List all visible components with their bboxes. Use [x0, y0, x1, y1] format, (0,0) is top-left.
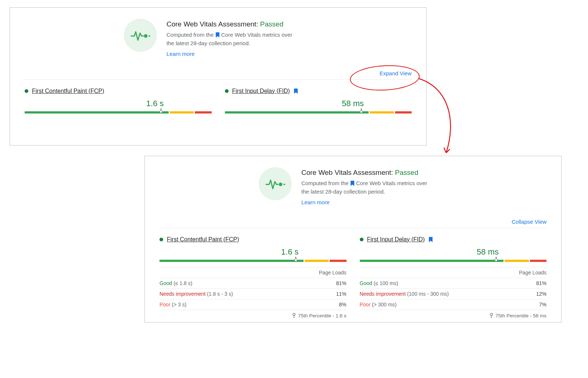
percentile-fcp: 75th Percentile - 1.6 s [159, 313, 347, 318]
metric-value-fcp: 1.6 s [159, 247, 347, 257]
bookmark-icon [350, 181, 355, 186]
percentile-fid: 75th Percentile - 58 ms [360, 313, 547, 318]
status-dot-good [25, 89, 28, 93]
assessment-header: Core Web Vitals Assessment: Passed Compu… [259, 167, 546, 205]
table-row: Needs improvement (100 ms - 300 ms) 12% [360, 289, 547, 299]
metric-fid: First Input Delay (FID) 58 ms [225, 88, 412, 115]
assessment-title: Core Web Vitals Assessment: Passed [301, 169, 434, 177]
metric-name-fid[interactable]: First Input Delay (FID) [232, 88, 290, 94]
divider [159, 228, 546, 228]
metric-pointer-fcp [159, 108, 162, 113]
metric-fcp: First Contentful Paint (FCP) 1.6 s [25, 88, 212, 115]
svg-point-2 [279, 183, 283, 186]
status-dot-good [225, 89, 229, 93]
table-row: Poor (> 3 s) 8% [159, 299, 347, 310]
assessment-title: Core Web Vitals Assessment: Passed [166, 20, 299, 28]
bookmark-icon [294, 89, 298, 94]
svg-rect-1 [148, 35, 150, 36]
breakdown-table-fid: Page Loads Good (≤ 100 ms) 81% Needs imp… [360, 267, 547, 310]
learn-more-link[interactable]: Learn more [166, 51, 195, 57]
metrics-row: First Contentful Paint (FCP) 1.6 s First… [25, 88, 412, 115]
bookmark-icon [215, 32, 220, 37]
assessment-text-block: Core Web Vitals Assessment: Passed Compu… [166, 19, 299, 57]
status-dot-good [159, 238, 163, 241]
metric-value-fcp: 1.6 s [25, 99, 212, 108]
metric-name-fid[interactable]: First Input Delay (FID) [367, 236, 425, 243]
assessment-text-block: Core Web Vitals Assessment: Passed Compu… [301, 167, 434, 205]
vitals-icon [259, 167, 292, 200]
table-header: Page Loads [360, 267, 547, 278]
assessment-header: Core Web Vitals Assessment: Passed Compu… [124, 19, 412, 57]
metric-name-fcp[interactable]: First Contentful Paint (FCP) [167, 236, 239, 243]
learn-more-link[interactable]: Learn more [301, 199, 330, 205]
metric-bar-fid [225, 109, 412, 115]
bookmark-icon [429, 237, 433, 242]
view-toggle-row: Collapse View [159, 219, 546, 225]
assessment-status: Passed [395, 169, 418, 176]
assessment-status: Passed [260, 20, 283, 28]
svg-point-0 [144, 34, 148, 38]
pin-icon [490, 313, 493, 318]
svg-point-4 [293, 313, 295, 316]
pin-icon [292, 313, 296, 318]
metric-bar-fcp [159, 258, 347, 263]
table-row: Good (≤ 100 ms) 81% [360, 278, 547, 289]
metric-fid-expanded: First Input Delay (FID) 58 ms Page Loads… [360, 236, 547, 318]
metrics-row: First Contentful Paint (FCP) 1.6 s Page … [159, 236, 546, 318]
table-row: Poor (> 300 ms) 7% [360, 299, 547, 310]
metric-pointer-fid [495, 257, 498, 262]
svg-rect-3 [283, 184, 285, 185]
svg-point-6 [490, 313, 492, 316]
vitals-icon [124, 19, 157, 52]
metric-bar-fcp [25, 109, 212, 115]
metric-value-fid: 58 ms [360, 247, 547, 257]
breakdown-table-fcp: Page Loads Good (≤ 1.8 s) 81% Needs impr… [159, 267, 347, 310]
web-vitals-panel-expanded: Core Web Vitals Assessment: Passed Compu… [144, 156, 562, 323]
metric-bar-fid [360, 258, 547, 263]
status-dot-good [360, 238, 363, 241]
table-header: Page Loads [159, 267, 347, 278]
assessment-description: Computed from the Core Web Vitals metric… [301, 179, 434, 196]
collapse-view-button[interactable]: Collapse View [512, 219, 546, 225]
metric-pointer-fid [360, 108, 363, 113]
metric-fcp-expanded: First Contentful Paint (FCP) 1.6 s Page … [159, 236, 347, 318]
table-row: Needs improvement (1.8 s - 3 s) 11% [159, 289, 347, 299]
metric-value-fid: 58 ms [225, 99, 412, 108]
metric-pointer-fcp [294, 257, 297, 262]
table-row: Good (≤ 1.8 s) 81% [159, 278, 347, 289]
metric-name-fcp[interactable]: First Contentful Paint (FCP) [32, 88, 104, 94]
assessment-description: Computed from the Core Web Vitals metric… [166, 30, 299, 48]
